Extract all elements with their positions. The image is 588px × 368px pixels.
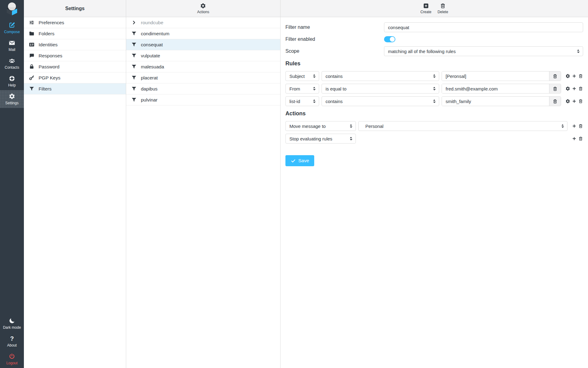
select-arrows-icon bbox=[433, 99, 436, 103]
chevron-right-icon bbox=[131, 20, 137, 25]
rule-delete-button[interactable] bbox=[578, 99, 583, 104]
rule-row-controls bbox=[564, 96, 583, 106]
funnel-icon bbox=[131, 86, 137, 92]
sidebar-item-mail[interactable]: Mail bbox=[0, 37, 24, 55]
rule-add-button[interactable] bbox=[572, 99, 577, 104]
filter-item-pulvinar[interactable]: pulvinar bbox=[126, 94, 280, 105]
rule-add-button[interactable] bbox=[572, 74, 577, 79]
filter-actions-button[interactable]: Actions bbox=[194, 3, 212, 14]
filter-form: Filter name Filter enabled Scope matchin… bbox=[281, 17, 588, 368]
filter-item-malesuada[interactable]: malesuada bbox=[126, 61, 280, 72]
action-delete-button[interactable] bbox=[578, 124, 583, 128]
settings-item-label: PGP Keys bbox=[39, 75, 60, 81]
rule-delete-button[interactable] bbox=[578, 74, 583, 79]
filter-actions-label: Actions bbox=[197, 10, 209, 14]
sidebar-item-label: About bbox=[7, 343, 17, 347]
sidebar-item-help[interactable]: Help bbox=[0, 72, 24, 90]
settings-item-label: Identities bbox=[39, 42, 58, 48]
filter-name-label: Filter name bbox=[285, 25, 384, 30]
filter-item-label: condimentum bbox=[141, 31, 169, 36]
sidebar-item-contacts[interactable]: Contacts bbox=[0, 55, 24, 72]
rule-value-group bbox=[442, 71, 561, 81]
question-icon: ? bbox=[9, 335, 15, 342]
rule-operator-select[interactable]: contains bbox=[322, 96, 439, 106]
funnel-icon bbox=[131, 42, 137, 48]
compose-icon bbox=[9, 22, 15, 29]
sidebar-item-compose[interactable]: Compose bbox=[0, 19, 24, 37]
moon-icon bbox=[9, 317, 15, 324]
create-plus-icon bbox=[423, 3, 429, 9]
action-delete-button[interactable] bbox=[578, 136, 583, 141]
rule-field-value: Subject bbox=[289, 74, 305, 79]
action-target-select[interactable]: Personal bbox=[358, 121, 567, 131]
action-type-select[interactable]: Move message to bbox=[285, 121, 356, 131]
select-arrows-icon bbox=[313, 74, 316, 78]
filters-list: roundcube condimentum consequat vulputat… bbox=[126, 17, 280, 105]
filter-enabled-toggle[interactable] bbox=[384, 36, 395, 42]
settings-item-identities[interactable]: Identities bbox=[24, 39, 126, 50]
save-button-label: Save bbox=[298, 158, 309, 163]
action-add-button[interactable] bbox=[572, 124, 577, 128]
settings-item-responses[interactable]: Responses bbox=[24, 50, 126, 61]
folder-icon bbox=[29, 31, 35, 36]
rule-value-input[interactable] bbox=[442, 71, 549, 81]
action-type-select[interactable]: Stop evaluating rules bbox=[285, 134, 356, 144]
select-arrows-icon bbox=[313, 99, 316, 103]
sidebar-item-settings[interactable]: Settings bbox=[0, 90, 24, 108]
select-arrows-icon bbox=[561, 124, 564, 128]
gear-icon bbox=[565, 86, 570, 91]
rule-value-clear-button[interactable] bbox=[549, 84, 561, 93]
rule-operator-select[interactable]: is equal to bbox=[322, 84, 439, 94]
filter-item-condimentum[interactable]: condimentum bbox=[126, 28, 280, 39]
filter-item-dapibus[interactable]: dapibus bbox=[126, 83, 280, 94]
filter-item-vulputate[interactable]: vulputate bbox=[126, 50, 280, 61]
select-arrows-icon bbox=[577, 49, 580, 53]
save-button[interactable]: Save bbox=[285, 155, 314, 166]
sidebar-item-about[interactable]: ? About bbox=[0, 332, 24, 350]
rule-field-select[interactable]: From bbox=[285, 84, 319, 94]
create-button[interactable]: Create bbox=[417, 3, 435, 14]
mail-icon bbox=[9, 40, 15, 46]
rule-value-input[interactable] bbox=[442, 97, 549, 106]
rule-add-button[interactable] bbox=[572, 86, 577, 91]
filter-item-label: malesuada bbox=[141, 64, 164, 70]
settings-item-label: Filters bbox=[39, 86, 51, 92]
rule-field-value: From bbox=[289, 86, 300, 91]
rule-advanced-button[interactable] bbox=[565, 86, 570, 91]
filter-name-input[interactable] bbox=[384, 22, 583, 32]
sidebar-item-label: Help bbox=[8, 83, 16, 87]
settings-item-filters[interactable]: Filters bbox=[24, 83, 126, 94]
filter-item-placerat[interactable]: placerat bbox=[126, 72, 280, 83]
scope-select[interactable]: matching all of the following rules bbox=[384, 46, 583, 56]
contacts-icon bbox=[9, 57, 15, 64]
rule-value-input[interactable] bbox=[442, 84, 549, 93]
plus-icon bbox=[572, 74, 577, 79]
rule-field-select[interactable]: list-id bbox=[285, 96, 319, 106]
delete-button[interactable]: Delete bbox=[435, 3, 451, 14]
sidebar-item-logout[interactable]: Logout bbox=[0, 350, 24, 368]
filter-set-label: roundcube bbox=[141, 20, 163, 25]
rule-advanced-button[interactable] bbox=[565, 74, 570, 79]
settings-item-preferences[interactable]: Preferences bbox=[24, 17, 126, 28]
trash-icon bbox=[578, 124, 583, 128]
settings-item-folders[interactable]: Folders bbox=[24, 28, 126, 39]
sliders-icon bbox=[29, 20, 35, 25]
filter-item-consequat[interactable]: consequat bbox=[126, 39, 280, 50]
plus-icon bbox=[572, 124, 577, 128]
rule-advanced-button[interactable] bbox=[565, 99, 570, 104]
filter-item-label: placerat bbox=[141, 75, 158, 81]
sidebar-item-label: Dark mode bbox=[3, 325, 21, 330]
rule-value-clear-button[interactable] bbox=[549, 97, 561, 106]
settings-list: Preferences Folders Identities Responses… bbox=[24, 17, 126, 94]
sidebar-item-dark-mode[interactable]: Dark mode bbox=[0, 315, 24, 332]
rule-delete-button[interactable] bbox=[578, 86, 583, 91]
settings-item-password[interactable]: Password bbox=[24, 61, 126, 72]
rule-value-clear-button[interactable] bbox=[549, 71, 561, 81]
rule-field-select[interactable]: Subject bbox=[285, 71, 319, 81]
filter-set-roundcube[interactable]: roundcube bbox=[126, 17, 280, 28]
rules-heading: Rules bbox=[285, 60, 583, 67]
speech-bubble-icon bbox=[29, 53, 35, 59]
rule-operator-select[interactable]: contains bbox=[322, 71, 439, 81]
action-add-button[interactable] bbox=[572, 136, 577, 141]
settings-item-pgp-keys[interactable]: PGP Keys bbox=[24, 72, 126, 83]
